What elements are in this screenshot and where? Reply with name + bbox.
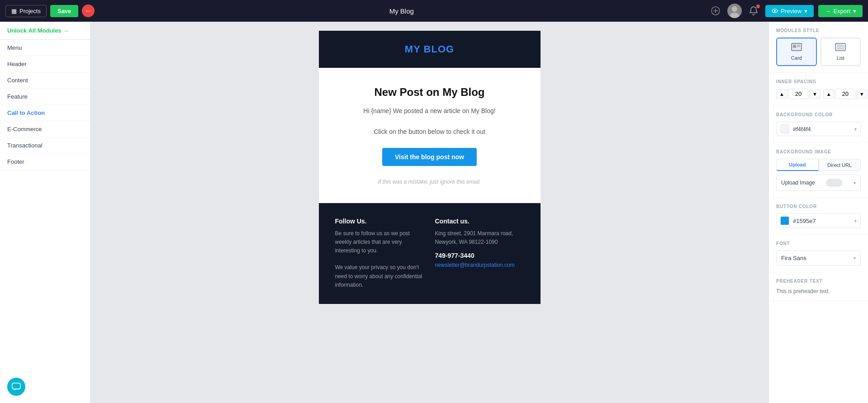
modules-style-label: MODULES STYLE (776, 28, 861, 33)
avatar[interactable] (727, 4, 742, 18)
upload-toggle[interactable] (826, 179, 842, 187)
sidebar-item-transactional[interactable]: Transactional (0, 137, 90, 154)
spacing-top-down[interactable]: ▼ (809, 90, 821, 99)
notification-icon[interactable] (746, 4, 761, 18)
font-value: Fira Sans (781, 255, 806, 261)
sidebar-content-label: Content (7, 77, 28, 84)
card-style-option[interactable]: Card (776, 38, 817, 66)
sidebar-item-ecommerce[interactable]: E-Commerce (0, 121, 90, 137)
grid-icon: ▦ (11, 8, 17, 14)
topbar-title: My Blog (99, 7, 704, 15)
spacing-bottom-down[interactable]: ▼ (856, 90, 868, 99)
sidebar-footer-label: Footer (7, 158, 24, 165)
topbar-left: ▦ Projects Save ← (5, 5, 95, 17)
canvas-area[interactable]: MY BLOG New Post on My Blog Hi {name} We… (90, 22, 768, 403)
contact-address: King street, 2901 Marmara road, Newyork,… (435, 229, 524, 247)
upload-image-dropdown[interactable]: Upload Image ▾ (776, 175, 861, 191)
email-cta-button[interactable]: Visit the blog post now (382, 148, 477, 166)
font-section: FONT Fira Sans ▾ (769, 235, 868, 272)
email-heading: New Post on My Blog (342, 86, 518, 99)
direct-url-tab[interactable]: Direct URL (819, 159, 861, 171)
svg-point-3 (732, 6, 737, 12)
spacing-bottom-input[interactable] (835, 89, 855, 99)
list-label: List (825, 55, 857, 61)
bg-image-tabs: Upload Direct URL (776, 159, 861, 171)
save-button[interactable]: Save (50, 5, 78, 17)
export-chevron: ▾ (853, 8, 856, 14)
spacing-row: ▲ ▼ ▲ ▼ (776, 89, 861, 99)
sidebar-item-content[interactable]: Content (0, 72, 90, 89)
font-dropdown-arrow: ▾ (854, 256, 856, 261)
modules-style-section: MODULES STYLE Card (769, 22, 868, 73)
font-dropdown[interactable]: Fira Sans ▾ (776, 251, 861, 266)
unlock-all-modules-button[interactable]: Unlock All Modules → (0, 22, 90, 40)
email-footer: Follow Us. Be sure to follow us as we po… (319, 203, 541, 304)
sidebar-item-cta[interactable]: Call to Action (0, 105, 90, 121)
spacing-top-input[interactable] (788, 89, 808, 99)
card-icon (781, 43, 812, 53)
sidebar-item-header[interactable]: Header (0, 56, 90, 72)
spacing-bottom-up[interactable]: ▲ (823, 90, 835, 99)
spacing-top-group: ▲ ▼ (776, 89, 821, 99)
bg-color-dropdown-arrow: ▾ (854, 127, 857, 132)
sidebar-menu-label: Menu (7, 44, 22, 51)
notification-dot (756, 5, 760, 8)
bg-color-value: #f4f4f4 (793, 126, 851, 133)
spacing-top-up[interactable]: ▲ (776, 90, 787, 99)
svg-point-6 (774, 10, 776, 12)
add-button[interactable] (708, 4, 723, 18)
sidebar-cta-label: Call to Action (7, 109, 45, 116)
inner-spacing-section: INNER SPACING ▲ ▼ ▲ ▼ (769, 73, 868, 106)
preheader-label: PREHEADER TEXT (776, 279, 861, 284)
brand-blog: BLOG (424, 43, 455, 55)
sidebar-header-label: Header (7, 61, 27, 67)
export-arrow-icon: → (825, 8, 830, 14)
preview-label: Preview (781, 8, 802, 14)
module-style-row: Card List (776, 38, 861, 66)
preview-button[interactable]: Preview ▾ (765, 5, 814, 17)
svg-point-4 (730, 13, 739, 18)
email-container: MY BLOG New Post on My Blog Hi {name} We… (319, 31, 541, 394)
button-color-picker[interactable]: #1595e7 ▾ (776, 213, 861, 228)
bg-color-swatch (780, 124, 789, 133)
right-panel: MODULES STYLE Card (768, 22, 868, 403)
follow-para2: We value your privacy so you don't need … (335, 263, 424, 289)
upload-dropdown-arrow: ▾ (854, 180, 856, 185)
bg-color-picker[interactable]: #f4f4f4 ▾ (776, 122, 861, 136)
preheader-value: This is preheader text. (776, 288, 861, 294)
arrow-icon: ← (82, 5, 95, 17)
sidebar-ecommerce-label: E-Commerce (7, 126, 42, 133)
email-body: New Post on My Blog Hi {name} We posted … (319, 68, 541, 203)
bg-color-section: BACKGROUND COLOR #f4f4f4 ▾ (769, 106, 868, 143)
preheader-section: PREHEADER TEXT This is preheader text. (769, 272, 868, 301)
projects-button[interactable]: ▦ Projects (5, 5, 47, 17)
sidebar-item-feature[interactable]: Feature (0, 89, 90, 105)
bg-color-label: BACKGROUND COLOR (776, 112, 861, 117)
spacing-bottom-group: ▲ ▼ (823, 89, 868, 99)
sidebar-item-menu[interactable]: Menu (0, 40, 90, 56)
list-style-option[interactable]: List (821, 38, 861, 66)
sidebar-transactional-label: Transactional (7, 142, 43, 149)
email-header-title: MY BLOG (332, 43, 528, 55)
button-color-section: BUTTON COLOR #1595e7 ▾ (769, 198, 868, 235)
export-button[interactable]: → Export ▾ (818, 5, 863, 17)
topbar: ▦ Projects Save ← My Blog Preview ▾ → Ex… (0, 0, 868, 22)
contact-phone: 749-977-3440 (435, 252, 524, 259)
export-label: Export (833, 8, 850, 14)
preview-chevron: ▾ (804, 8, 807, 14)
upload-tab[interactable]: Upload (776, 159, 819, 171)
card-label: Card (781, 55, 812, 61)
sidebar: Unlock All Modules → Menu Header Content… (0, 22, 90, 403)
follow-para1: Be sure to follow us as we post weekly a… (335, 229, 424, 256)
button-color-label: BUTTON COLOR (776, 204, 861, 209)
contact-email-link[interactable]: newsletter@brandurpstation.com (435, 262, 524, 268)
font-label: FONT (776, 241, 861, 246)
sidebar-item-footer[interactable]: Footer (0, 154, 90, 170)
footer-contact-col: Contact us. King street, 2901 Marmara ro… (435, 218, 524, 289)
main-layout: Unlock All Modules → Menu Header Content… (0, 22, 868, 403)
bg-image-section: BACKGROUND IMAGE Upload Direct URL Uploa… (769, 143, 868, 198)
projects-label: Projects (19, 8, 41, 14)
button-color-value: #1595e7 (793, 218, 851, 224)
svg-rect-7 (12, 383, 20, 389)
chat-button[interactable] (7, 378, 25, 396)
